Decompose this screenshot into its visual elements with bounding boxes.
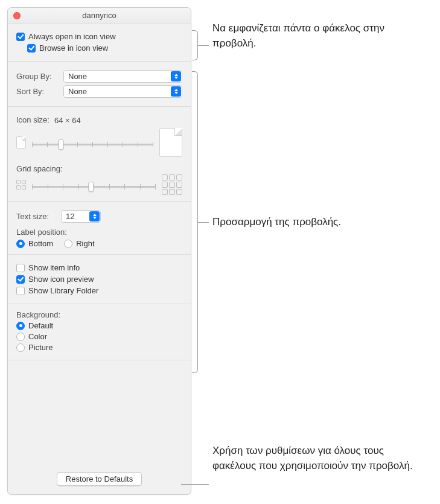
chevron-updown-icon xyxy=(89,211,100,222)
browse-iconview-label: Browse in icon view xyxy=(39,43,108,53)
restore-defaults-button[interactable]: Restore to Defaults xyxy=(57,472,142,486)
callout-lead-3 xyxy=(181,484,209,485)
textsize-value: 12 xyxy=(66,212,74,221)
callout-lead-1 xyxy=(198,45,209,46)
grid-tight-icon xyxy=(16,180,26,190)
section-background: Background: Default Color Picture xyxy=(8,304,191,360)
section-grouping: Group By: None Sort By: None xyxy=(8,62,191,107)
chevron-updown-icon xyxy=(171,86,181,97)
labelpos-right-radio[interactable] xyxy=(64,240,72,248)
callout-bracket-1 xyxy=(192,30,198,60)
groupby-value: None xyxy=(68,72,87,81)
labelposition-label: Label position: xyxy=(16,228,182,237)
background-default-label: Default xyxy=(28,321,53,330)
groupby-label: Group By: xyxy=(16,72,60,81)
large-file-icon xyxy=(159,128,182,157)
labelpos-bottom-radio[interactable] xyxy=(16,240,25,248)
callout-text-2: Προσαρμογή της προβολής. xyxy=(212,215,418,230)
section-viewmode: Always open in icon view Browse in icon … xyxy=(8,24,191,62)
iconsize-label: Icon size: xyxy=(16,115,49,124)
show-libraryfolder-label: Show Library Folder xyxy=(28,286,98,295)
grid-loose-icon xyxy=(162,174,182,195)
titlebar: dannyrico xyxy=(8,8,191,24)
background-picture-label: Picture xyxy=(28,343,53,352)
always-open-label: Always open in icon view xyxy=(28,32,116,41)
background-color-radio[interactable] xyxy=(16,333,25,341)
section-show: Show item info Show icon preview Show Li… xyxy=(8,255,191,304)
gridspacing-slider[interactable] xyxy=(32,181,156,192)
callout-lead-2 xyxy=(198,222,209,223)
background-color-label: Color xyxy=(28,332,47,341)
footer: Restore to Defaults xyxy=(8,472,191,486)
groupby-popup[interactable]: None xyxy=(63,70,182,83)
labelpos-right-label: Right xyxy=(76,239,94,248)
close-icon[interactable] xyxy=(13,12,21,19)
show-iconpreview-checkbox[interactable] xyxy=(16,275,25,284)
section-icon-grid: Icon size: 64 × 64 Grid spacing: xyxy=(8,107,191,202)
callout-text-3: Χρήση των ρυθμίσεων για όλους τους φακέλ… xyxy=(212,444,430,473)
gridspacing-label: Grid spacing: xyxy=(16,164,182,173)
section-text: Text size: 12 Label position: Bottom Rig… xyxy=(8,202,191,255)
callout-bracket-2 xyxy=(192,71,198,373)
small-file-icon xyxy=(16,136,26,148)
background-label: Background: xyxy=(16,310,182,319)
background-picture-radio[interactable] xyxy=(16,343,25,352)
iconsize-slider[interactable] xyxy=(32,139,153,150)
iconsize-value: 64 × 64 xyxy=(54,116,81,125)
sortby-popup[interactable]: None xyxy=(63,85,182,98)
sortby-value: None xyxy=(68,87,87,96)
view-options-window: dannyrico Always open in icon view Brows… xyxy=(7,7,191,495)
background-default-radio[interactable] xyxy=(16,322,25,330)
sortby-label: Sort By: xyxy=(16,87,60,96)
show-libraryfolder-checkbox[interactable] xyxy=(16,287,25,295)
textsize-popup[interactable]: 12 xyxy=(61,210,101,223)
browse-iconview-checkbox[interactable] xyxy=(27,44,36,53)
show-iteminfo-label: Show item info xyxy=(28,263,80,272)
window-title: dannyrico xyxy=(8,11,191,20)
show-iconpreview-label: Show icon preview xyxy=(28,275,94,284)
show-iteminfo-checkbox[interactable] xyxy=(16,264,25,272)
chevron-updown-icon xyxy=(171,71,181,81)
always-open-checkbox[interactable] xyxy=(16,33,25,41)
textsize-label: Text size: xyxy=(16,212,57,221)
labelpos-bottom-label: Bottom xyxy=(28,239,53,248)
callout-text-1: Να εμφανίζεται πάντα ο φάκελος στην προβ… xyxy=(212,21,418,51)
